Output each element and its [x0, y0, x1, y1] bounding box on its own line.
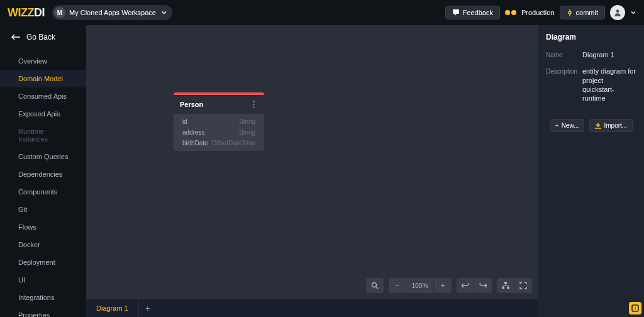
svg-rect-12: [507, 287, 509, 289]
svg-line-9: [376, 287, 378, 289]
sidebar-item-overview[interactable]: Overview: [0, 52, 86, 70]
redo-icon: [479, 282, 487, 289]
tab-diagram-1[interactable]: Diagram 1: [86, 299, 139, 317]
redo-button[interactable]: [474, 278, 492, 293]
sidebar-item-consumed-apis[interactable]: Consumed Apis: [0, 87, 86, 105]
sidebar-item-deployment[interactable]: Deployment: [0, 253, 86, 271]
zoom-level[interactable]: 100%: [406, 278, 434, 293]
svg-rect-0: [453, 9, 459, 14]
commit-button[interactable]: commit: [560, 6, 605, 19]
description-label: Description: [546, 67, 577, 75]
layout-button[interactable]: [497, 278, 514, 293]
svg-point-8: [372, 283, 377, 287]
search-button[interactable]: [366, 278, 384, 293]
svg-point-6: [253, 104, 254, 105]
sidebar-item-runtime-instances[interactable]: Runtime Instances: [0, 123, 86, 148]
svg-point-5: [253, 101, 254, 102]
commit-icon: [567, 9, 573, 16]
help-icon: !: [631, 304, 639, 312]
svg-point-1: [569, 11, 571, 14]
workspace-name: My Cloned Apps Workspace: [69, 9, 156, 16]
undo-button[interactable]: [457, 278, 474, 293]
entity-title: Person: [180, 101, 203, 108]
fullscreen-icon: [519, 282, 527, 289]
status-indicator: [505, 10, 516, 15]
zoom-out-button[interactable]: −: [389, 278, 406, 293]
name-label: Name: [546, 50, 577, 58]
fullscreen-button[interactable]: [514, 278, 532, 293]
feedback-button[interactable]: Feedback: [445, 6, 500, 19]
sidebar-item-flows[interactable]: Flows: [0, 218, 86, 236]
user-avatar[interactable]: [610, 5, 625, 20]
go-back-button[interactable]: Go Back: [0, 25, 86, 50]
sidebar-item-integrations[interactable]: Integrations: [0, 289, 86, 306]
description-value[interactable]: entity diagram for project quickstart-ru…: [582, 67, 636, 103]
import-icon: [595, 123, 601, 129]
sidebar-item-git[interactable]: Git: [0, 201, 86, 218]
sidebar-item-custom-queries[interactable]: Custom Queries: [0, 148, 86, 165]
chevron-down-icon[interactable]: [630, 9, 636, 16]
svg-text:!: !: [635, 306, 636, 311]
env-label: Production: [521, 9, 555, 16]
user-icon: [613, 8, 622, 17]
entity-field[interactable]: idString: [174, 116, 264, 127]
sidebar-item-properties[interactable]: Properties: [0, 306, 86, 317]
chevron-down-icon: [161, 9, 167, 16]
svg-point-7: [253, 106, 254, 108]
diagram-canvas[interactable]: Person idString addressString birthDateO…: [86, 25, 538, 299]
workspace-badge: M: [54, 7, 65, 18]
layout-icon: [502, 282, 509, 289]
new-button[interactable]: +New...: [550, 119, 585, 132]
panel-title: Diagram: [546, 33, 636, 42]
add-tab-button[interactable]: +: [139, 303, 157, 313]
entity-menu-button[interactable]: [249, 100, 258, 109]
sidebar-item-domain-model[interactable]: Domain Model: [0, 70, 86, 87]
sidebar-nav: Overview Domain Model Consumed Apis Expo…: [0, 50, 86, 317]
search-icon: [371, 282, 379, 289]
undo-icon: [462, 282, 469, 289]
entity-field[interactable]: birthDateOffsetDateTime: [174, 138, 264, 148]
import-button[interactable]: Import...: [589, 119, 633, 132]
svg-rect-10: [504, 282, 507, 284]
sidebar-item-docker[interactable]: Docker: [0, 236, 86, 253]
svg-rect-11: [502, 287, 504, 289]
feedback-icon: [452, 9, 460, 16]
arrow-left-icon: [11, 34, 20, 40]
entity-field[interactable]: addressString: [174, 127, 264, 138]
properties-panel: Diagram Name Diagram 1 Description entit…: [538, 25, 644, 317]
sidebar-item-components[interactable]: Components: [0, 183, 86, 201]
entity-card-person[interactable]: Person idString addressString birthDateO…: [174, 92, 264, 151]
logo: WIZZDI: [8, 6, 45, 19]
zoom-in-button[interactable]: +: [434, 278, 452, 293]
name-value[interactable]: Diagram 1: [582, 50, 636, 59]
svg-point-4: [616, 9, 619, 13]
sidebar-item-dependencies[interactable]: Dependencies: [0, 165, 86, 183]
sidebar-item-exposed-apis[interactable]: Exposed Apis: [0, 105, 86, 123]
workspace-selector[interactable]: M My Cloned Apps Workspace: [52, 5, 172, 20]
kebab-icon: [253, 101, 255, 108]
sidebar-item-ui[interactable]: UI: [0, 271, 86, 289]
help-badge[interactable]: !: [629, 302, 641, 314]
